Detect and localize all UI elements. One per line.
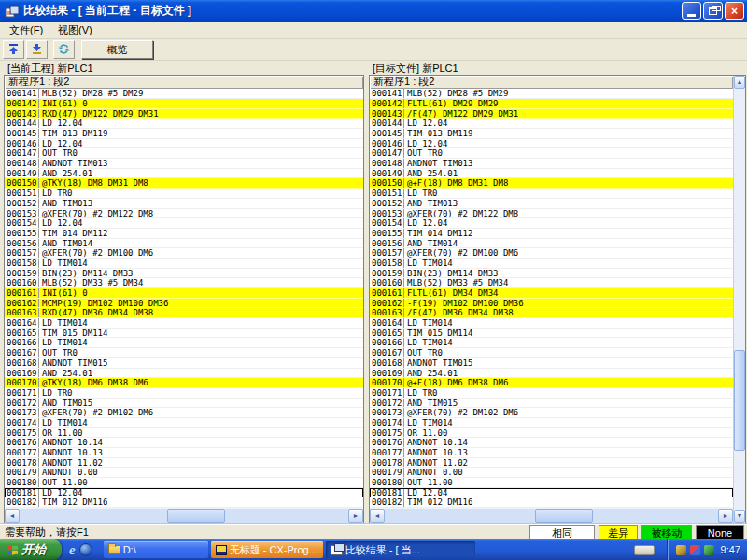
code-row[interactable]: 000179ANDNOT 0.00	[370, 468, 733, 478]
taskbar-button[interactable]: 比较结果 - [ 当...	[326, 541, 475, 558]
code-row[interactable]: 000160MLB(52) DM33 #5 DM34	[370, 278, 733, 288]
code-row[interactable]: 000141MLB(52) DM28 #5 DM29	[370, 89, 733, 99]
code-row[interactable]: 000170@+F(18) DM6 DM38 DM6	[370, 378, 733, 388]
code-row[interactable]: 000144LD 12.04	[370, 119, 733, 129]
scroll-thumb[interactable]	[535, 509, 593, 523]
code-row[interactable]: 000165TIM 015 DM114	[370, 329, 733, 339]
scroll-left-button[interactable]: ◄	[370, 509, 385, 523]
code-row[interactable]: 000142INI(61) 0	[5, 99, 363, 109]
code-row[interactable]: 000148ANDNOT TIM013	[5, 159, 363, 169]
code-row[interactable]: 000145TIM 013 DM119	[5, 129, 363, 139]
vertical-scrollbar[interactable]: ▲ ▼	[733, 76, 745, 523]
code-row[interactable]: 000147OUT TR0	[5, 148, 363, 159]
code-row[interactable]: 000151LD TR0	[370, 189, 733, 199]
code-row[interactable]: 000148ANDNOT TIM013	[370, 159, 733, 169]
code-row[interactable]: 000146LD 12.04	[5, 139, 363, 149]
code-row[interactable]: 000175OR 11.00	[5, 428, 363, 439]
code-row[interactable]: 000164LD TIM014	[370, 318, 733, 329]
code-row[interactable]: 000168ANDNOT TIM015	[370, 358, 733, 369]
code-row[interactable]: 000147OUT TR0	[370, 148, 733, 159]
close-button[interactable]: ×	[725, 2, 744, 20]
minimize-button[interactable]	[682, 2, 701, 20]
code-row[interactable]: 000141MLB(52) DM28 #5 DM29	[5, 89, 363, 99]
horizontal-scrollbar[interactable]: ◄ ►	[5, 508, 363, 523]
code-row[interactable]: 000158LD TIM014	[370, 259, 733, 269]
code-row[interactable]: 000182TIM 012 DM116	[370, 497, 733, 508]
code-row[interactable]: 000163/F(47) DM36 DM34 DM38	[370, 308, 733, 318]
code-row[interactable]: 000155TIM 014 DM112	[5, 229, 363, 239]
code-row[interactable]: 000150@+F(18) DM8 DM31 DM8	[370, 178, 733, 189]
code-row[interactable]: 000177ANDNOT 10.13	[370, 448, 733, 458]
input-method-indicator[interactable]	[634, 545, 655, 555]
code-row[interactable]: 000178ANDNOT 11.02	[370, 458, 733, 469]
code-row[interactable]: 000167OUT TR0	[370, 348, 733, 358]
code-row[interactable]: 000143RXD(47) DM122 DM29 DM31	[5, 109, 363, 119]
tray-icon-1[interactable]	[676, 545, 686, 555]
globe-icon[interactable]	[79, 543, 92, 556]
code-row[interactable]: 000166LD TIM014	[370, 338, 733, 348]
code-row[interactable]: 000154LD 12.04	[370, 218, 733, 229]
code-row[interactable]: 000178ANDNOT 11.02	[5, 458, 363, 469]
overview-button[interactable]: 概览	[81, 40, 153, 59]
code-row[interactable]: 000161INI(61) 0	[5, 288, 363, 299]
code-row[interactable]: 000162-F(19) DM102 DM100 DM36	[370, 299, 733, 309]
code-row[interactable]: 000149AND 254.01	[5, 169, 363, 179]
code-row[interactable]: 000174LD TIM014	[5, 418, 363, 428]
taskbar-button[interactable]: D:\	[104, 541, 208, 558]
code-row[interactable]: 000145TIM 013 DM119	[370, 129, 733, 139]
code-row[interactable]: 000150@TKY(18) DM8 DM31 DM8	[5, 178, 363, 189]
code-row[interactable]: 000159BIN(23) DM114 DM33	[370, 269, 733, 279]
code-row[interactable]: 000181LD 12.04	[370, 488, 733, 498]
code-row[interactable]: 000174LD TIM014	[370, 418, 733, 428]
refresh-button[interactable]	[53, 40, 75, 59]
code-row[interactable]: 000156AND TIM014	[370, 239, 733, 249]
code-row[interactable]: 000146LD 12.04	[370, 139, 733, 149]
scroll-thumb[interactable]	[167, 509, 225, 523]
code-row[interactable]: 000179ANDNOT 0.00	[5, 468, 363, 478]
code-row[interactable]: 000172AND TIM015	[5, 399, 363, 409]
code-row[interactable]: 000180OUT 11.00	[370, 478, 733, 488]
previous-difference-button[interactable]	[3, 40, 24, 59]
scroll-down-button[interactable]: ▼	[734, 510, 745, 523]
code-row[interactable]: 000149AND 254.01	[370, 169, 733, 179]
horizontal-scrollbar[interactable]: ◄ ►	[370, 508, 733, 523]
code-row[interactable]: 000177ANDNOT 10.13	[5, 448, 363, 458]
code-row[interactable]: 000153@XFER(70) #2 DM122 DM8	[370, 209, 733, 219]
internet-explorer-icon[interactable]: e	[69, 543, 76, 557]
code-row[interactable]: 000170@TKY(18) DM6 DM38 DM6	[5, 378, 363, 388]
tray-icon-2[interactable]	[690, 545, 700, 555]
code-row[interactable]: 000152AND TIM013	[5, 199, 363, 209]
scroll-track[interactable]	[734, 89, 745, 510]
code-row[interactable]: 000169AND 254.01	[370, 369, 733, 379]
code-row[interactable]: 000142FLTL(61) DM29 DM29	[370, 99, 733, 109]
code-row[interactable]: 000144LD 12.04	[5, 119, 363, 129]
code-row[interactable]: 000181LD 12.04	[5, 488, 363, 498]
scroll-track[interactable]	[385, 509, 718, 523]
code-row[interactable]: 000155TIM 014 DM112	[370, 229, 733, 239]
code-row[interactable]: 000161FLTL(61) DM34 DM34	[370, 288, 733, 299]
code-row[interactable]: 000164LD TIM014	[5, 318, 363, 329]
code-row[interactable]: 000162MCMP(19) DM102 DM100 DM36	[5, 299, 363, 309]
code-row[interactable]: 000176ANDNOT 10.14	[5, 438, 363, 448]
code-row[interactable]: 000180OUT 11.00	[5, 478, 363, 488]
start-button[interactable]: 开始	[0, 539, 62, 560]
code-row[interactable]: 000176ANDNOT 10.14	[370, 438, 733, 448]
code-row[interactable]: 000153@XFER(70) #2 DM122 DM8	[5, 209, 363, 219]
scroll-right-button[interactable]: ►	[718, 509, 733, 523]
code-row[interactable]: 000160MLB(52) DM33 #5 DM34	[5, 278, 363, 288]
code-row[interactable]: 000173@XFER(70) #2 DM102 DM6	[370, 408, 733, 418]
restore-button[interactable]	[703, 2, 723, 20]
taskbar-button[interactable]: 无标题 - CX-Prog...	[211, 541, 323, 558]
code-row[interactable]: 000163RXD(47) DM36 DM34 DM38	[5, 308, 363, 318]
code-row[interactable]: 000169AND 254.01	[5, 369, 363, 379]
code-row[interactable]: 000166LD TIM014	[5, 338, 363, 348]
scroll-track[interactable]	[20, 509, 348, 523]
code-row[interactable]: 000173@XFER(70) #2 DM102 DM6	[5, 408, 363, 418]
code-row[interactable]: 000165TIM 015 DM114	[5, 329, 363, 339]
code-row[interactable]: 000154LD 12.04	[5, 218, 363, 229]
code-row[interactable]: 000159BIN(23) DM114 DM33	[5, 269, 363, 279]
code-row[interactable]: 000158LD TIM014	[5, 259, 363, 269]
code-row[interactable]: 000167OUT TR0	[5, 348, 363, 358]
code-row[interactable]: 000171LD TR0	[5, 388, 363, 399]
next-difference-button[interactable]	[26, 40, 48, 59]
